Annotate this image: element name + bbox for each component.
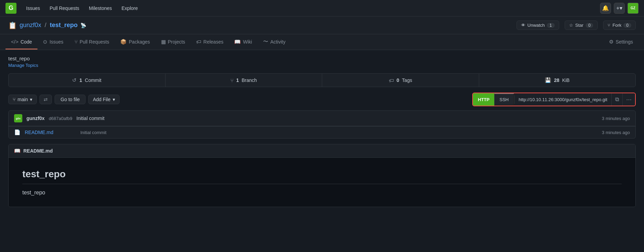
file-time: 3 minutes ago — [602, 130, 630, 135]
unwatch-label: Unwatch — [528, 23, 545, 28]
branches-label: Branch — [241, 77, 257, 83]
star-icon: ☆ — [569, 23, 573, 28]
settings-icon: ⚙ — [609, 39, 613, 45]
tab-settings[interactable]: ⚙ Settings — [603, 35, 639, 50]
stats-bar: ↺ 1 Commit ⑂ 1 Branch 🏷 0 Tags 💾 28 KiB — [8, 73, 636, 87]
branch-name: main — [18, 97, 28, 102]
tab-code[interactable]: </> Code — [5, 35, 37, 49]
nav-explore[interactable]: Explore — [117, 3, 142, 13]
releases-icon: 🏷 — [196, 39, 201, 45]
tab-issues[interactable]: ⊙ Issues — [37, 35, 69, 50]
wiki-icon: 📖 — [234, 39, 241, 45]
commit-message: Initial commit — [77, 116, 598, 121]
eye-icon: 👁 — [521, 23, 526, 28]
tags-count: 0 — [397, 77, 399, 83]
tab-activity[interactable]: 〜 Activity — [258, 34, 291, 50]
table-row: 📄 README.md Initial commit 3 minutes ago — [9, 126, 635, 138]
readme-section: 📖 README.md test_repo test_repo — [8, 144, 636, 207]
tab-packages[interactable]: 📦 Packages — [115, 35, 155, 50]
repo-info: test_repo Manage Topics — [8, 56, 636, 68]
repo-owner[interactable]: gunzf0x — [20, 22, 41, 29]
top-nav: G Issues Pull Requests Milestones Explor… — [0, 0, 644, 16]
ssh-button[interactable]: SSH — [494, 93, 514, 106]
commit-hash[interactable]: d687a0afb9 — [49, 116, 72, 121]
star-button[interactable]: ☆ Star 0 — [565, 21, 598, 30]
tab-projects-label: Projects — [168, 39, 185, 45]
logo[interactable]: G — [5, 3, 16, 14]
unwatch-count: 1 — [547, 23, 555, 28]
issues-icon: ⊙ — [43, 39, 47, 45]
fork-count: 0 — [623, 23, 631, 28]
nav-milestones[interactable]: Milestones — [85, 3, 116, 13]
commit-time: 3 minutes ago — [602, 116, 630, 121]
copy-icon: ⧉ — [615, 96, 619, 103]
top-nav-links: Issues Pull Requests Milestones Explore — [22, 3, 600, 13]
toolbar: ⑂ main ▾ ⇄ Go to file Add File ▾ HTTP SS… — [8, 93, 636, 106]
fork-icon: ⑂ — [608, 23, 610, 28]
copy-url-button[interactable]: ⧉ — [611, 93, 622, 106]
clone-more-button[interactable]: ⋯ — [622, 93, 635, 106]
repo-header: 📋 gunzf0x / test_repo 📡 👁 Unwatch 1 ☆ St… — [0, 16, 644, 34]
tab-pull-requests[interactable]: ⑂ Pull Requests — [69, 35, 115, 49]
readme-title: README.md — [23, 148, 53, 154]
commits-label: Commit — [85, 77, 101, 83]
file-table: 📄 README.md Initial commit 3 minutes ago — [8, 126, 636, 139]
star-count: 0 — [586, 23, 594, 28]
committer-username[interactable]: gunzf0x — [26, 116, 45, 121]
nav-issues[interactable]: Issues — [22, 3, 44, 13]
size-count: 28 — [554, 77, 560, 83]
repo-info-name: test_repo — [8, 56, 636, 61]
compare-icon: ⇄ — [44, 97, 48, 102]
user-avatar[interactable]: GZ — [628, 3, 639, 14]
tags-stat[interactable]: 🏷 0 Tags — [322, 74, 479, 87]
readme-body-text: test_repo — [22, 190, 622, 196]
rss-icon[interactable]: 📡 — [80, 23, 86, 28]
branches-icon: ⑂ — [230, 77, 234, 83]
readme-header: 📖 README.md — [9, 144, 635, 158]
repo-actions: 👁 Unwatch 1 ☆ Star 0 ⑂ Fork 0 — [517, 21, 636, 30]
tab-releases[interactable]: 🏷 Releases — [191, 35, 229, 49]
file-commit-msg[interactable]: Initial commit — [80, 130, 598, 135]
bell-icon[interactable]: 🔔 — [600, 3, 611, 14]
tab-packages-label: Packages — [129, 39, 150, 45]
commits-count: 1 — [79, 77, 82, 83]
add-file-button[interactable]: Add File ▾ — [88, 95, 119, 104]
unwatch-button[interactable]: 👁 Unwatch 1 — [517, 21, 559, 30]
size-icon: 💾 — [545, 77, 551, 83]
fork-button[interactable]: ⑂ Fork 0 — [603, 21, 636, 30]
repo-icon: 📋 — [8, 21, 17, 29]
committer-avatar: g0x — [14, 114, 22, 122]
clone-url: http://10.10.11.26:3000/gunzf0x/test_rep… — [514, 95, 611, 104]
pr-icon: ⑂ — [75, 39, 78, 45]
file-name[interactable]: README.md — [25, 130, 76, 135]
repo-name[interactable]: test_repo — [50, 22, 78, 29]
tab-projects[interactable]: ▦ Projects — [156, 35, 191, 50]
size-stat: 💾 28 KiB — [479, 74, 636, 87]
branch-selector[interactable]: ⑂ main ▾ — [8, 95, 37, 104]
tab-settings-label: Settings — [615, 39, 633, 45]
main-content: test_repo Manage Topics ↺ 1 Commit ⑂ 1 B… — [0, 50, 644, 213]
projects-icon: ▦ — [161, 39, 166, 45]
tab-pr-label: Pull Requests — [80, 39, 109, 45]
add-file-label: Add File — [93, 97, 110, 102]
repo-title: 📋 gunzf0x / test_repo 📡 — [8, 21, 86, 29]
latest-commit-row: g0x gunzf0x d687a0afb9 Initial commit 3 … — [8, 110, 636, 126]
manage-topics-link[interactable]: Manage Topics — [8, 63, 636, 68]
tab-releases-label: Releases — [203, 39, 223, 45]
size-unit: KiB — [562, 77, 570, 83]
nav-pull-requests[interactable]: Pull Requests — [45, 3, 83, 13]
add-file-chevron-icon: ▾ — [113, 97, 115, 102]
plus-icon[interactable]: +▾ — [614, 3, 625, 14]
commits-stat[interactable]: ↺ 1 Commit — [9, 74, 166, 87]
tab-wiki[interactable]: 📖 Wiki — [229, 35, 257, 50]
http-button[interactable]: HTTP — [473, 93, 494, 106]
tags-label: Tags — [402, 77, 412, 83]
tab-issues-label: Issues — [49, 39, 63, 45]
branches-stat[interactable]: ⑂ 1 Branch — [166, 74, 323, 87]
readme-icon: 📖 — [14, 148, 21, 154]
repo-tabs: </> Code ⊙ Issues ⑂ Pull Requests 📦 Pack… — [0, 34, 644, 50]
branch-chevron-icon: ▾ — [30, 97, 32, 102]
star-label: Star — [575, 23, 584, 28]
goto-file-button[interactable]: Go to file — [55, 95, 86, 104]
compare-button[interactable]: ⇄ — [39, 95, 52, 104]
